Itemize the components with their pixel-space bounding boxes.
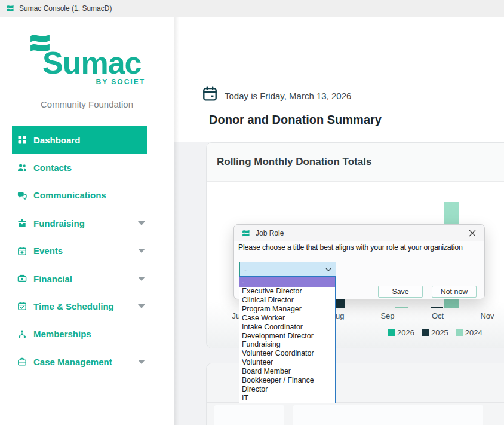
calendar-check-icon (17, 301, 27, 311)
sumac-flag-icon (6, 5, 14, 12)
briefcase-icon (17, 357, 27, 366)
title-divider (206, 130, 504, 130)
dashboard-grid-icon (17, 135, 27, 145)
dialog-prompt: Please choose a title that best aligns w… (238, 243, 483, 252)
job-role-dropdown-list: -Executive DirectorClinical DirectorProg… (239, 276, 336, 403)
window-titlebar: Sumac Console (1. SumacD) (0, 0, 504, 17)
dropdown-option-board-member[interactable]: Board Member (239, 367, 335, 376)
sidebar-item-label: Memberships (33, 329, 147, 339)
dialog-title: Job Role (256, 229, 284, 237)
legend-label: 2024 (465, 328, 483, 337)
sidebar-item-fundraising[interactable]: Fundraising (12, 209, 147, 237)
cash-icon (17, 274, 27, 283)
select-value: - (244, 265, 247, 274)
sidebar-nav: DashboardContactsCommunicationsFundraisi… (0, 17, 174, 425)
sidebar-item-memberships[interactable]: Memberships (12, 320, 147, 348)
sidebar-item-label: Financial (33, 274, 131, 284)
dropdown-option-program-manager[interactable]: Program Manager (239, 305, 335, 314)
dropdown-option-intake-coordinator[interactable]: Intake Coordinator (239, 323, 335, 332)
dropdown-option-case-worker[interactable]: Case Worker (239, 314, 335, 323)
legend-swatch (456, 329, 463, 336)
chart-card-header: Rolling Monthly Donation Totals (207, 143, 504, 182)
sidebar-item-label: Time & Scheduling (33, 301, 131, 311)
dropdown-option-volunteer[interactable]: Volunteer (239, 358, 335, 367)
chat-bubbles-icon (17, 191, 27, 200)
axis-label-sep: Sep (370, 311, 405, 320)
dropdown-option-blank[interactable]: - (239, 277, 335, 287)
save-button[interactable]: Save (378, 286, 423, 298)
sumac-flag-icon (242, 230, 250, 237)
sidebar-item-label: Communications (33, 190, 147, 200)
bar-sep-2024 (395, 307, 408, 308)
chevron-down-icon[interactable] (138, 360, 145, 364)
job-role-select[interactable]: - (239, 262, 336, 277)
sidebar-item-financial[interactable]: Financial (12, 265, 147, 292)
close-icon (469, 230, 476, 237)
dropdown-option-clinical-director[interactable]: Clinical Director (239, 296, 335, 305)
donation-box-icon (17, 218, 27, 228)
legend-item-2026: 2026 (388, 328, 414, 337)
sidebar-item-label: Dashboard (33, 135, 147, 145)
dropdown-option-volunteer-coordinator[interactable]: Volunteer Coordinator (239, 349, 335, 358)
dropdown-option-bookkeeper-finance-director[interactable]: Bookkeeper / Finance Director (239, 376, 335, 394)
dialog-titlebar: Job Role (234, 225, 484, 241)
chevron-down-icon (325, 268, 331, 271)
sidebar-item-label: Events (33, 246, 131, 256)
secondary-card-panel (214, 405, 284, 425)
legend-label: 2026 (397, 328, 414, 337)
legend-swatch (422, 329, 429, 336)
sidebar-item-label: Contacts (33, 163, 147, 173)
sidebar-item-events[interactable]: Events (12, 237, 147, 265)
axis-label-oct: Oct (420, 311, 456, 320)
close-button[interactable] (468, 228, 477, 238)
bar-oct-2025 (431, 307, 443, 308)
page-title: Donor and Donation Summary (209, 113, 382, 127)
sidebar-item-communications[interactable]: Communications (12, 182, 147, 209)
sidebar-item-contacts[interactable]: Contacts (12, 154, 147, 181)
sidebar-item-label: Case Management (33, 357, 131, 367)
contacts-people-icon (17, 163, 27, 172)
axis-label-nov: Nov (469, 311, 504, 320)
window-title: Sumac Console (1. SumacD) (19, 4, 112, 13)
today-date-text: Today is Friday, March 13, 2026 (225, 91, 351, 101)
secondary-card-panel (293, 405, 483, 425)
not-now-button[interactable]: Not now (432, 286, 477, 298)
chevron-down-icon[interactable] (138, 249, 145, 253)
legend-item-2024: 2024 (456, 328, 483, 337)
sidebar-divider-shadow (174, 17, 179, 425)
calendar-plus-icon (17, 246, 27, 256)
sidebar-item-time-scheduling[interactable]: Time & Scheduling (12, 292, 147, 320)
chevron-down-icon[interactable] (138, 221, 145, 225)
app-window: Sumac Console (1. SumacD) Sumac BY SOCIE… (0, 0, 504, 425)
chart-card-title: Rolling Monthly Donation Totals (217, 156, 371, 168)
chevron-down-icon[interactable] (138, 304, 145, 308)
dropdown-option-executive-director[interactable]: Executive Director (239, 287, 335, 296)
chart-legend: 202620252024 (388, 328, 483, 337)
chevron-down-icon[interactable] (138, 277, 145, 281)
legend-item-2025: 2025 (422, 328, 448, 337)
dropdown-option-it[interactable]: IT (239, 394, 335, 403)
sidebar-item-dashboard[interactable]: Dashboard (12, 126, 147, 154)
calendar-icon (202, 85, 217, 102)
dropdown-option-fundraising[interactable]: Fundraising (239, 340, 335, 349)
legend-label: 2025 (431, 328, 448, 337)
sidebar: Sumac BY SOCIET Community Foundation Das… (0, 17, 174, 425)
dropdown-option-development-director[interactable]: Development Director (239, 332, 335, 341)
sidebar-item-label: Fundraising (33, 218, 131, 228)
org-tree-icon (17, 329, 27, 339)
sidebar-item-case-management[interactable]: Case Management (12, 348, 147, 375)
legend-swatch (388, 329, 395, 336)
